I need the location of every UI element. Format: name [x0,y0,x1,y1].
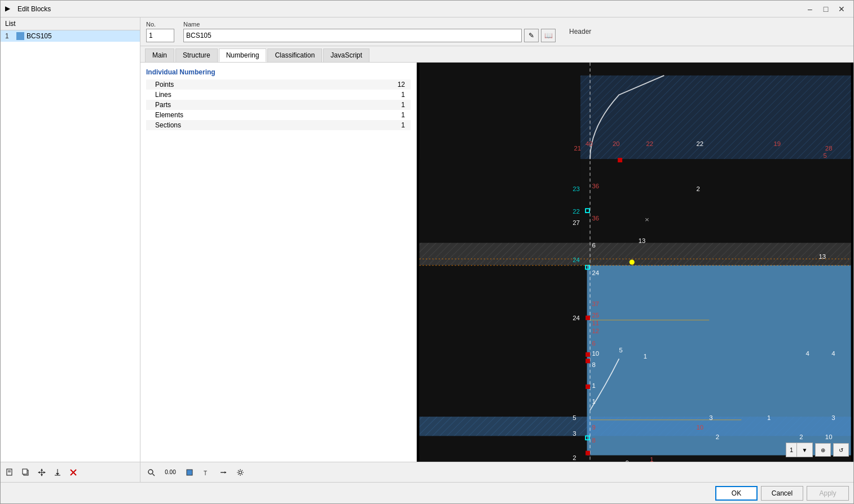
arrow-tool-button[interactable] [216,465,231,480]
window-icon: ▶ [5,5,14,14]
settings-tool-button[interactable] [233,465,248,480]
canvas-target-button[interactable]: ⊕ [815,443,831,457]
svg-text:21: 21 [574,145,582,152]
list-item-number: 1 [5,32,14,40]
delete-button[interactable] [66,465,81,480]
svg-text:13: 13 [639,237,646,244]
svg-rect-4 [23,469,27,474]
svg-text:28: 28 [825,145,833,152]
svg-marker-8 [41,474,43,476]
ok-button[interactable]: OK [715,486,758,501]
row-value: 1 [336,90,411,100]
svg-rect-20 [580,76,851,159]
svg-text:23: 23 [573,185,580,192]
edit-blocks-window: ▶ Edit Blocks – □ ✕ List 1 BCS105 [0,0,854,504]
svg-text:2: 2 [799,434,803,440]
svg-marker-104 [224,471,226,474]
row-label: Elements [146,110,336,120]
tab-content: Individual Numbering Points 12 Lines 1 [140,63,853,462]
tab-main[interactable]: Main [145,48,174,62]
no-input[interactable] [146,29,174,42]
no-field: No. [146,21,174,42]
apply-button[interactable]: Apply [807,486,849,501]
main-content: List 1 BCS105 [1,17,853,482]
svg-text:10: 10 [696,424,703,431]
numbering-title: Individual Numbering [146,68,411,76]
list-body: 1 BCS105 [1,30,140,462]
svg-text:22: 22 [573,208,580,215]
svg-text:37: 37 [592,300,599,307]
tab-classification[interactable]: Classification [267,48,322,62]
svg-text:1: 1 [592,398,595,405]
window-title: Edit Blocks [17,5,799,13]
svg-text:4: 4 [831,350,835,357]
table-row: Sections 1 [146,120,411,130]
svg-text:20: 20 [613,140,620,147]
svg-text:2: 2 [573,454,576,461]
table-row: Elements 1 [146,110,411,120]
svg-rect-28 [419,417,851,436]
list-item-label: BCS105 [27,32,52,40]
svg-text:8: 8 [592,437,595,444]
cancel-button[interactable]: Cancel [761,486,803,501]
svg-text:22: 22 [696,140,703,147]
svg-rect-36 [618,158,622,162]
text-tool-button[interactable]: T [199,465,214,480]
close-button[interactable]: ✕ [834,3,849,15]
svg-text:36: 36 [592,215,599,222]
row-value: 1 [336,100,411,110]
box-tool-button[interactable] [182,465,197,480]
book-button[interactable]: 📖 [541,29,556,42]
left-panel: List 1 BCS105 [1,17,140,482]
canvas-num-dropdown[interactable]: ▼ [796,443,812,457]
numbering-panel: Individual Numbering Points 12 Lines 1 [140,63,417,462]
numbering-table: Points 12 Lines 1 Parts 1 [146,79,411,130]
copy-button[interactable] [19,465,33,480]
value-tool-button[interactable]: 0.00 [161,465,180,480]
list-item[interactable]: 1 BCS105 [1,30,140,42]
svg-point-99 [148,470,153,474]
tab-numbering[interactable]: Numbering [219,48,267,62]
window-controls: – □ ✕ [803,3,849,15]
svg-text:1: 1 [592,382,595,389]
svg-text:24: 24 [573,315,580,321]
import-button[interactable] [50,465,65,480]
svg-rect-35 [586,384,590,389]
canvas-refresh-button[interactable]: ↺ [833,443,849,457]
svg-marker-10 [43,471,46,474]
cad-svg: 21 40 20 22 22 19 28 5 23 22 27 24 [417,63,853,462]
svg-text:1: 1 [644,353,647,360]
right-panel: No. Name ✎ 📖 Header Main Structure Num [140,17,853,482]
minimize-button[interactable]: – [803,3,817,15]
list-header: List [1,17,140,30]
svg-marker-9 [38,471,40,474]
svg-point-105 [239,471,242,474]
canvas-toolbar: 1 ▼ ⊕ ↺ [786,443,849,457]
maximize-button[interactable]: □ [818,3,833,15]
name-input[interactable] [183,29,522,42]
svg-text:×: × [645,215,649,224]
tab-javascript[interactable]: JavaScript [323,48,369,62]
svg-rect-32 [586,451,590,456]
svg-text:10: 10 [825,434,833,440]
svg-text:22: 22 [646,140,653,147]
tabs-bar: Main Structure Numbering Classification … [140,46,853,63]
table-row: Points 12 [146,79,411,90]
search-tool-button[interactable] [144,465,159,480]
row-label: Parts [146,100,336,110]
table-row: Parts 1 [146,100,411,110]
svg-text:6: 6 [592,340,595,347]
row-label: Sections [146,120,336,130]
header-label: Header [569,28,591,36]
new-button[interactable] [3,465,17,480]
edit-button[interactable]: ✎ [524,29,539,42]
svg-text:13: 13 [818,253,826,260]
svg-text:5: 5 [573,414,576,421]
no-label: No. [146,21,174,28]
move-button[interactable] [34,465,49,480]
svg-line-100 [153,474,155,476]
svg-text:24: 24 [592,269,599,276]
svg-text:40: 40 [586,140,593,147]
tab-structure[interactable]: Structure [175,48,218,62]
svg-text:1: 1 [767,414,771,421]
